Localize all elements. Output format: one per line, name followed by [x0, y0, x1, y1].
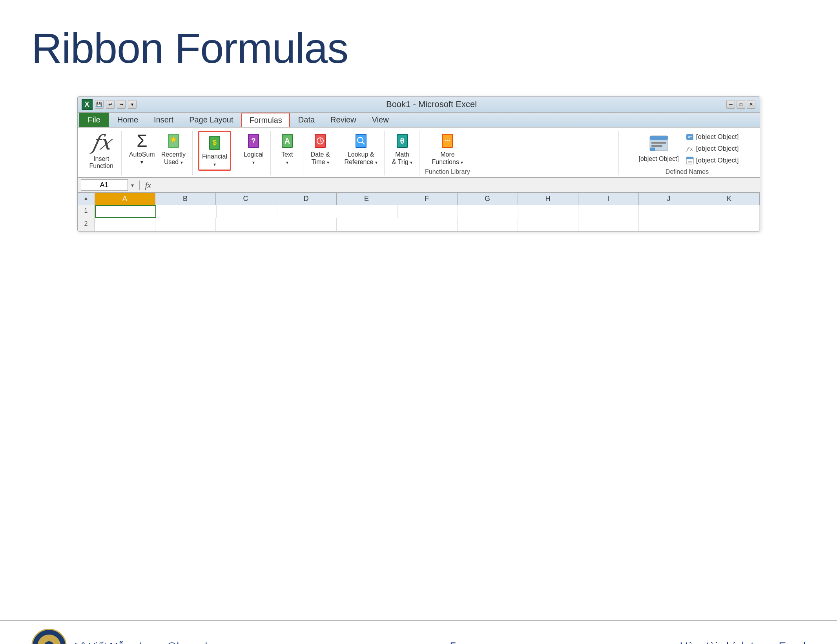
close-button[interactable]: ✕	[747, 100, 755, 109]
cell-E2[interactable]	[337, 218, 397, 231]
text-icon: A	[278, 132, 296, 150]
name-manager-button[interactable]: [object Object]	[636, 131, 682, 163]
cell-J1[interactable]	[639, 205, 699, 218]
col-header-C[interactable]: C	[216, 193, 276, 205]
row-number-2: 2	[78, 218, 95, 231]
cell-A2[interactable]	[95, 218, 155, 231]
insert-function-button[interactable]: 𝑓𝑥 InsertFunction	[86, 131, 117, 170]
financial-button[interactable]: $ Financial▾	[200, 133, 229, 169]
cell-C1[interactable]	[217, 205, 277, 218]
recently-used-label: RecentlyUsed ▾	[161, 151, 186, 166]
datetime-button[interactable]: Date &Time ▾	[309, 131, 332, 167]
cell-E1[interactable]	[337, 205, 398, 218]
col-header-F[interactable]: F	[397, 193, 458, 205]
name-box[interactable]: A1	[81, 179, 128, 191]
undo-qat-button[interactable]: ↩	[106, 100, 115, 109]
fx-icon: 𝑓𝑥	[92, 131, 111, 154]
cell-B2[interactable]	[155, 218, 216, 231]
svg-text:θ: θ	[400, 137, 405, 145]
more-functions-button[interactable]: ••• MoreFunctions ▾	[430, 131, 465, 167]
cell-D1[interactable]	[277, 205, 337, 218]
formula-bar-fx-label: fx	[145, 180, 157, 190]
col-header-D[interactable]: D	[276, 193, 337, 205]
ribbon-group-autosum: Σ AutoSum▾	[122, 131, 193, 175]
ribbon-group-datetime: Date &Time ▾	[304, 131, 337, 175]
cell-B1[interactable]	[156, 205, 217, 218]
col-header-I[interactable]: I	[578, 193, 639, 205]
col-header-B[interactable]: B	[155, 193, 216, 205]
tab-insert[interactable]: Insert	[146, 113, 181, 127]
formula-bar-input[interactable]	[159, 181, 756, 189]
slide-subtitle: Hàm tài chính trong Excel	[680, 640, 806, 644]
col-header-A[interactable]: A	[95, 193, 155, 205]
tab-data[interactable]: Data	[291, 113, 322, 127]
cell-I2[interactable]	[578, 218, 639, 231]
customize-qat-button[interactable]: ▾	[128, 100, 137, 109]
math-trig-button[interactable]: θ Math& Trig ▾	[390, 131, 414, 167]
cell-G1[interactable]	[458, 205, 518, 218]
col-header-E[interactable]: E	[337, 193, 397, 205]
name-manager-label: [object Object]	[639, 155, 679, 162]
col-header-K[interactable]: K	[699, 193, 760, 205]
cell-A1[interactable]	[95, 205, 157, 218]
save-qat-button[interactable]: 💾	[95, 100, 104, 109]
logo-center	[43, 640, 55, 644]
svg-rect-31	[650, 148, 655, 151]
lookup-reference-button[interactable]: Lookup &Reference ▾	[343, 131, 379, 167]
recently-used-button[interactable]: RecentlyUsed ▾	[159, 131, 188, 167]
create-from-selection-icon	[685, 156, 695, 165]
use-in-formula-label: [object Object]	[696, 145, 739, 153]
math-label: Math& Trig ▾	[392, 151, 412, 166]
excel-titlebar: X 💾 ↩ ↪ ▾ Book1 - Microsoft Excel ─ □ ✕	[78, 97, 760, 113]
cell-F2[interactable]	[397, 218, 458, 231]
maximize-button[interactable]: □	[737, 100, 745, 109]
financial-icon: $	[206, 134, 224, 152]
cell-G2[interactable]	[458, 218, 518, 231]
ribbon-group-text: A Text▾	[272, 131, 303, 175]
cell-I1[interactable]	[578, 205, 639, 218]
autosum-button[interactable]: Σ AutoSum▾	[127, 131, 157, 167]
cell-K2[interactable]	[699, 218, 760, 231]
cell-H1[interactable]	[518, 205, 579, 218]
formula-bar: A1 ▾ fx	[78, 178, 760, 193]
cell-J2[interactable]	[639, 218, 699, 231]
minimize-button[interactable]: ─	[726, 100, 735, 109]
tab-formulas[interactable]: Formulas	[241, 113, 290, 127]
svg-rect-32	[686, 134, 693, 140]
university-logo	[31, 629, 67, 644]
col-header-J[interactable]: J	[639, 193, 699, 205]
name-manager-icon	[647, 131, 671, 155]
logical-button[interactable]: ? Logical▾	[242, 131, 266, 167]
logo-inner-ring	[37, 635, 61, 644]
define-name-label: [object Object]	[696, 133, 739, 141]
cell-F1[interactable]	[398, 205, 458, 218]
financial-label: Financial▾	[202, 153, 227, 168]
table-row: 1	[78, 205, 760, 218]
name-box-arrow[interactable]: ▾	[131, 182, 134, 188]
use-in-formula-button[interactable]: 𝑓 x [object Object]	[685, 144, 739, 153]
sigma-icon: Σ	[133, 132, 151, 150]
tab-view[interactable]: View	[365, 113, 396, 127]
cell-H2[interactable]	[518, 218, 578, 231]
bottom-bar: Lê Viết Mẫn - lvman@hce.edu.vn 5 Hàm tài…	[0, 620, 837, 644]
create-from-selection-label: [object Object]	[696, 157, 739, 164]
excel-title: Book1 - Microsoft Excel	[386, 99, 477, 109]
col-header-H[interactable]: H	[518, 193, 578, 205]
tab-page-layout[interactable]: Page Layout	[182, 113, 241, 127]
tab-file[interactable]: File	[79, 113, 109, 127]
cell-D2[interactable]	[276, 218, 337, 231]
spreadsheet: ▴ A B C D E F G H I J K 1	[78, 193, 760, 231]
define-name-button[interactable]: [object Object]	[685, 132, 739, 142]
ribbon-group-more: ••• MoreFunctions ▾ Function Library	[420, 131, 475, 175]
datetime-icon	[311, 132, 329, 150]
tab-review[interactable]: Review	[323, 113, 364, 127]
tab-home[interactable]: Home	[110, 113, 146, 127]
bottom-left: Lê Viết Mẫn - lvman@hce.edu.vn	[31, 629, 226, 644]
create-from-selection-button[interactable]: [object Object]	[685, 156, 739, 165]
col-header-G[interactable]: G	[458, 193, 518, 205]
insert-function-label: InsertFunction	[89, 155, 113, 170]
redo-qat-button[interactable]: ↪	[117, 100, 126, 109]
cell-K1[interactable]	[699, 205, 760, 218]
cell-C2[interactable]	[216, 218, 276, 231]
text-button[interactable]: A Text▾	[276, 131, 298, 167]
